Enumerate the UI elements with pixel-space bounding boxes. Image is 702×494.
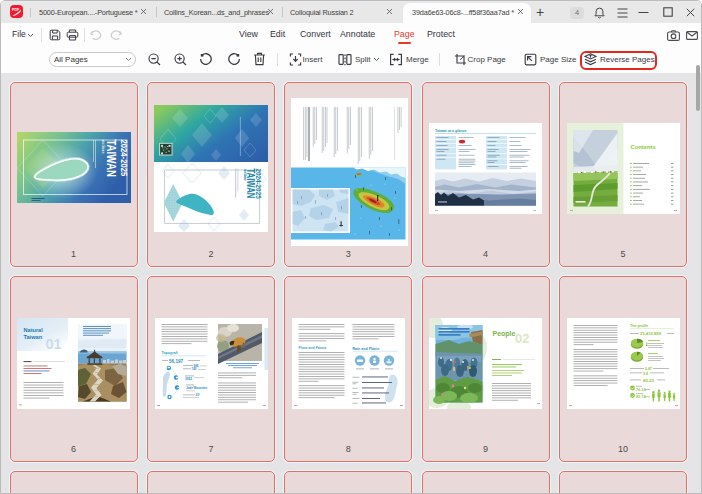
- svg-text:PDF: PDF: [12, 8, 20, 12]
- svg-text:80.23: 80.23: [643, 378, 655, 383]
- svg-text:at a Glance: at a Glance: [243, 169, 247, 181]
- svg-text:Natural: Natural: [24, 326, 44, 332]
- svg-text:2024-2025: 2024-2025: [119, 139, 129, 176]
- svg-text:at a Glance: at a Glance: [101, 140, 105, 154]
- svg-text:745: 745: [191, 367, 196, 371]
- svg-text:Rain and Plants: Rain and Plants: [353, 346, 380, 350]
- svg-text:56,197: 56,197: [169, 359, 183, 364]
- svg-text:The profile: The profile: [630, 324, 648, 328]
- svg-text:Taiwan at a glance: Taiwan at a glance: [435, 129, 467, 133]
- svg-text:02: 02: [515, 331, 529, 346]
- svg-text:Taiwan: Taiwan: [24, 333, 43, 339]
- svg-text:0.47: 0.47: [645, 367, 652, 371]
- svg-text:Contents: Contents: [630, 144, 655, 150]
- svg-text:76.14: 76.14: [636, 387, 646, 391]
- svg-text:83.74: 83.74: [636, 395, 646, 399]
- svg-text:People: People: [493, 329, 516, 337]
- svg-text:Topografi: Topografi: [161, 351, 177, 355]
- svg-text:23°: 23°: [195, 393, 200, 397]
- svg-text:3952: 3952: [185, 377, 192, 381]
- svg-text:23,412,899: 23,412,899: [640, 331, 662, 336]
- svg-text:01: 01: [46, 335, 62, 351]
- svg-text:9.8: 9.8: [643, 371, 648, 375]
- svg-text:Jade Mountain: Jade Mountain: [186, 386, 207, 390]
- svg-text:Flora and Fauna: Flora and Fauna: [299, 346, 328, 350]
